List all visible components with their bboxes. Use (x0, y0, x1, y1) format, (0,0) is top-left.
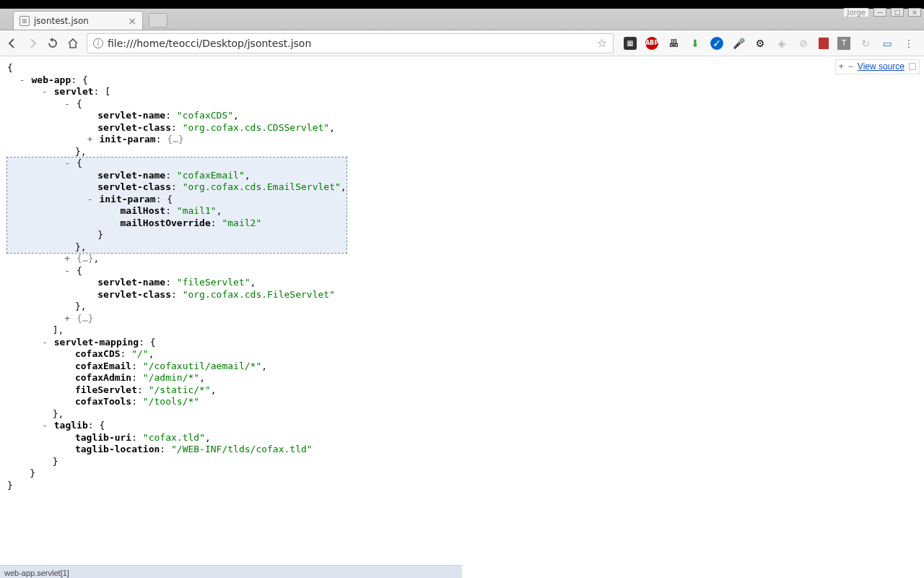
bookmark-star-icon[interactable]: ☆ (597, 36, 607, 50)
maximize-button[interactable]: □ (891, 8, 904, 17)
collapse-toggle[interactable]: - (64, 158, 71, 170)
ext-icon-3[interactable]: ✓ (710, 37, 723, 50)
json-line: }, (7, 408, 917, 420)
json-line: taglib-location: "/WEB-INF/tlds/cofax.tl… (7, 444, 917, 456)
ext-icon-2[interactable]: ⬇ (689, 37, 702, 50)
settings-gear-icon[interactable]: ⚙ (754, 37, 767, 50)
forward-button[interactable] (26, 37, 39, 50)
os-topbar (0, 0, 924, 9)
collapse-toggle[interactable]: - (41, 337, 48, 349)
json-line: } (7, 467, 917, 480)
json-line: - taglib: { (7, 420, 917, 432)
tab-strip: 🗎 jsontest.json × (0, 9, 924, 30)
json-line: }, (7, 241, 346, 254)
json-line: cofaxAdmin: "/admin/*", (7, 372, 917, 384)
ext-icon-7[interactable] (819, 38, 829, 49)
collapse-toggle[interactable]: - (87, 194, 94, 206)
json-line: }, (7, 146, 917, 158)
close-window-button[interactable]: × (908, 8, 921, 17)
json-line: servlet-name: "cofaxCDS", (7, 110, 917, 122)
json-line: servlet-name: "fileServlet", (7, 277, 917, 289)
json-line: cofaxCDS: "/", (7, 348, 917, 361)
json-line: cofaxTools: "/tools/*" (7, 396, 917, 408)
json-line: servlet-class: "org.cofax.cds.FileServle… (7, 289, 917, 301)
menu-icon[interactable]: ⋮ (902, 37, 915, 50)
json-line: ], (7, 324, 917, 337)
json-line: servlet-class: "org.cofax.cds.EmailServl… (7, 181, 346, 194)
json-line: } (7, 229, 346, 241)
ext-icon-1[interactable]: ▦ (624, 37, 637, 50)
ext-icon-5[interactable]: ◈ (775, 37, 788, 50)
back-button[interactable] (6, 37, 19, 50)
profile-badge[interactable]: Jorge (843, 8, 869, 17)
json-line: }, (7, 301, 917, 313)
json-line: - servlet: [ (7, 86, 917, 98)
json-line: - servlet-mapping: { (7, 337, 917, 349)
json-line: + {…} (7, 313, 917, 325)
view-source-toolbar: + − View source (835, 59, 920, 74)
json-line: fileServlet: "/static/*", (7, 384, 917, 397)
ext-icon-10[interactable]: ▭ (881, 37, 894, 50)
file-icon: 🗎 (19, 16, 30, 26)
browser-window: Jorge — □ × 🗎 jsontest.json × i file:///… (0, 9, 924, 578)
json-line: - { (7, 158, 346, 170)
json-line: + init-param: {…} (7, 134, 917, 146)
collapse-toggle[interactable]: - (64, 98, 71, 111)
json-line: - init-param: { (7, 194, 346, 206)
collapse-toggle[interactable]: - (41, 86, 48, 98)
address-bar[interactable]: i file:///home/teocci/Desktop/jsontest.j… (87, 33, 614, 53)
collapse-toggle[interactable]: - (19, 74, 26, 87)
collapse-all-button[interactable]: − (848, 61, 853, 73)
tab-title: jsontest.json (34, 16, 89, 26)
url-text: file:///home/teocci/Desktop/jsontest.jso… (108, 38, 311, 49)
json-line: + {…}, (7, 253, 917, 265)
json-line: cofaxEmail: "/cofaxutil/aemail/*", (7, 361, 917, 373)
browser-tab[interactable]: 🗎 jsontest.json × (13, 11, 143, 30)
collapse-toggle[interactable]: - (41, 420, 48, 432)
json-line: - web-app: { (7, 74, 917, 87)
window-controls: Jorge — □ × (843, 8, 921, 17)
collapse-toggle[interactable]: - (64, 265, 71, 277)
json-line: taglib-uri: "cofax.tld", (7, 432, 917, 444)
extensions-area: ▦ ABP 🖶 ⬇ ✓ 🎤 ⚙ ◈ ⊘ T ↻ ▭ ⋮ (621, 37, 918, 50)
json-line: servlet-class: "org.cofax.cds.CDSServlet… (7, 122, 917, 134)
json-line: mailHost: "mail1", (7, 205, 346, 217)
expand-toggle[interactable]: + (87, 134, 94, 146)
status-bar: web-app.servlet[1] (0, 565, 462, 578)
reload-button[interactable] (46, 37, 59, 50)
expand-toggle[interactable]: + (64, 313, 71, 325)
view-source-link[interactable]: View source (858, 61, 905, 73)
minimize-button[interactable]: — (873, 8, 886, 17)
ext-icon-9[interactable]: ↻ (859, 37, 872, 50)
ext-icon-4[interactable]: 🎤 (732, 37, 745, 50)
json-line: } (7, 480, 917, 492)
json-line: mailHostOverride: "mail2" (7, 217, 346, 230)
toolbar: i file:///home/teocci/Desktop/jsontest.j… (0, 30, 924, 56)
abp-icon[interactable]: ABP (645, 37, 658, 50)
json-line: - { (7, 265, 917, 277)
json-line: - { (7, 98, 917, 111)
info-icon[interactable]: i (93, 38, 103, 48)
json-line: { (7, 62, 917, 74)
new-tab-button[interactable] (149, 13, 167, 27)
ext-icon-8[interactable]: T (837, 37, 850, 50)
json-line: servlet-name: "cofaxEmail", (7, 170, 346, 182)
close-tab-icon[interactable]: × (128, 15, 136, 27)
json-line: } (7, 456, 917, 468)
ext-icon-6[interactable]: ⊘ (797, 37, 810, 50)
view-source-toggle[interactable] (909, 63, 916, 70)
print-icon[interactable]: 🖶 (667, 37, 680, 50)
highlighted-node[interactable]: - { servlet-name: "cofaxEmail", servlet-… (7, 158, 346, 253)
expand-all-button[interactable]: + (839, 61, 844, 73)
home-button[interactable] (66, 37, 79, 50)
json-viewer: + − View source { - web-app: { - servlet… (0, 56, 924, 578)
expand-toggle[interactable]: + (64, 253, 71, 265)
